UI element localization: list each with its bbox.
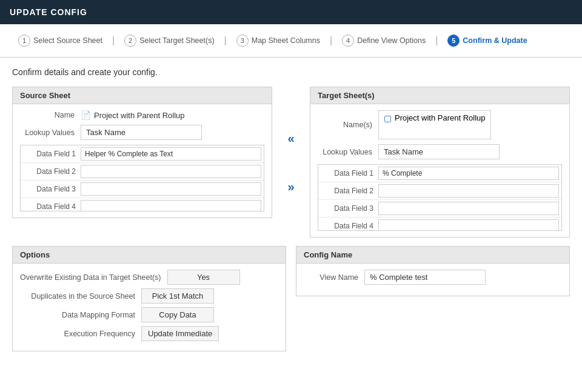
options-header: Options xyxy=(12,246,286,264)
source-df-label-2: Data Field 2 xyxy=(23,167,81,176)
source-df-input-3[interactable] xyxy=(81,182,261,196)
target-df-label-4: Data Field 4 xyxy=(321,222,378,230)
source-df-input-2[interactable] xyxy=(81,165,261,178)
source-lookup-input[interactable] xyxy=(81,125,202,140)
opt-row-2: Duplicates in the Source Sheet Pick 1st … xyxy=(20,288,278,304)
source-sheet-body: Name 📄 Project with Parent Rollup Lookup… xyxy=(12,104,272,218)
view-name-label: View Name xyxy=(304,273,364,282)
arrow-column: « » xyxy=(282,87,300,238)
opt-label-2: Duplicates in the Source Sheet xyxy=(20,292,141,301)
opt-value-4: Update Immediate xyxy=(141,326,219,341)
target-df-row-3: Data Field 3 xyxy=(318,200,561,218)
source-datafields-scroll-wrapper: Data Field 1 Data Field 2 Data Field 3 xyxy=(20,145,264,211)
wizard-step-2[interactable]: 2 Select Target Sheet(s) xyxy=(118,31,220,50)
target-sheet-header: Target Sheet(s) xyxy=(310,87,570,104)
target-df-row-1: Data Field 1 xyxy=(318,165,561,182)
doc-icon-source: 📄 xyxy=(81,110,91,120)
target-df-label-2: Data Field 2 xyxy=(321,187,378,195)
step-num-1: 1 xyxy=(18,35,30,47)
step-label-3: Map Sheet Columns xyxy=(252,36,320,45)
opt-row-3: Data Mapping Format Copy Data xyxy=(20,307,278,322)
target-lookup-label: Lookup Values xyxy=(318,148,378,156)
target-names-box: ▢ Project with Parent Rollup xyxy=(378,110,491,139)
options-panel: Options Overwrite Existing Data in Targe… xyxy=(12,246,286,351)
opt-label-1: Overwrite Existing Data in Target Sheet(… xyxy=(20,273,167,282)
modal-container: 1 Select Source Sheet | 2 Select Target … xyxy=(0,24,582,392)
source-df-row-4: Data Field 4 xyxy=(21,198,264,211)
target-datafields-scroll-wrapper: Data Field 1 Data Field 2 Data Field 3 xyxy=(318,164,562,231)
target-df-input-3[interactable] xyxy=(378,202,559,215)
confirm-description: Confirm details and create your config. xyxy=(12,67,570,77)
target-names-label: Name(s) xyxy=(318,121,378,129)
target-df-input-1[interactable] xyxy=(378,167,559,180)
step-num-5: 5 xyxy=(447,35,460,47)
target-df-label-1: Data Field 1 xyxy=(321,169,378,178)
wizard-step-1[interactable]: 1 Select Source Sheet xyxy=(12,31,109,50)
opt-value-1: Yes xyxy=(167,270,240,285)
source-sheet-header: Source Sheet xyxy=(12,87,272,104)
target-df-row-4: Data Field 4 xyxy=(318,218,561,231)
content-area: Confirm details and create your config. … xyxy=(0,58,582,392)
arrow-left: « xyxy=(287,132,294,144)
source-df-input-4[interactable] xyxy=(81,200,261,211)
opt-row-4: Execution Frequency Update Immediate xyxy=(20,326,278,341)
opt-value-2: Pick 1st Match xyxy=(141,288,214,304)
step-num-3: 3 xyxy=(236,35,249,47)
config-name-header: Config Name xyxy=(296,246,570,264)
config-name-panel: Config Name View Name xyxy=(296,246,570,351)
target-sheet-body: Name(s) ▢ Project with Parent Rollup Loo… xyxy=(310,104,570,238)
wizard-step-4[interactable]: 4 Define View Options xyxy=(336,31,432,50)
wizard-sep-3: | xyxy=(329,35,333,46)
wizard-sep-1: | xyxy=(111,35,116,46)
config-name-body: View Name xyxy=(296,264,570,296)
wizard-step-3[interactable]: 3 Map Sheet Columns xyxy=(230,31,326,50)
step-label-5: Confirm & Update xyxy=(463,36,527,45)
source-name-value: 📄 Project with Parent Rollup xyxy=(81,110,185,120)
target-lookup-input[interactable] xyxy=(378,144,500,159)
opt-row-1: Overwrite Existing Data in Target Sheet(… xyxy=(20,270,278,285)
source-datafields-container: Data Field 1 Data Field 2 Data Field 3 xyxy=(20,145,264,211)
target-name-row: Name(s) ▢ Project with Parent Rollup xyxy=(318,110,562,139)
sheet-panels: Source Sheet Name 📄 Project with Parent … xyxy=(12,87,570,238)
view-name-input[interactable] xyxy=(364,270,486,285)
source-name-row: Name 📄 Project with Parent Rollup xyxy=(20,110,264,120)
app-header: UPDATE CONFIG xyxy=(0,0,582,24)
view-name-row: View Name xyxy=(304,270,562,285)
source-df-row-3: Data Field 3 xyxy=(21,181,264,198)
step-num-4: 4 xyxy=(342,35,354,47)
options-body: Overwrite Existing Data in Target Sheet(… xyxy=(12,264,286,351)
bottom-panels: Options Overwrite Existing Data in Targe… xyxy=(12,246,570,351)
source-datafields-scroll[interactable]: Data Field 1 Data Field 2 Data Field 3 xyxy=(20,145,264,211)
target-datafields-container: Data Field 1 Data Field 2 Data Field 3 xyxy=(318,164,562,231)
source-df-label-1: Data Field 1 xyxy=(23,150,81,158)
source-lookup-label: Lookup Values xyxy=(20,128,81,137)
source-name-label: Name xyxy=(20,111,81,119)
target-df-row-2: Data Field 2 xyxy=(318,182,561,200)
source-lookup-row: Lookup Values xyxy=(20,125,264,140)
step-num-2: 2 xyxy=(124,35,136,47)
target-df-input-2[interactable] xyxy=(378,184,559,198)
wizard-sep-2: | xyxy=(223,35,228,46)
step-label-2: Select Target Sheet(s) xyxy=(139,36,214,45)
source-df-row-1: Data Field 1 xyxy=(21,145,264,163)
app-title: UPDATE CONFIG xyxy=(10,7,87,17)
target-sheet-panel: Target Sheet(s) Name(s) ▢ Project with P… xyxy=(310,87,570,238)
source-df-input-1[interactable] xyxy=(81,147,261,161)
source-df-label-3: Data Field 3 xyxy=(23,185,81,193)
opt-value-3: Copy Data xyxy=(141,307,214,322)
target-lookup-row: Lookup Values xyxy=(318,144,562,159)
step-label-4: Define View Options xyxy=(357,36,426,45)
target-df-label-3: Data Field 3 xyxy=(321,204,378,213)
wizard-sep-4: | xyxy=(434,35,439,46)
source-df-row-2: Data Field 2 xyxy=(21,163,264,181)
opt-label-4: Execution Frequency xyxy=(20,330,141,338)
arrow-right: » xyxy=(287,181,294,193)
wizard-step-5[interactable]: 5 Confirm & Update xyxy=(441,31,533,50)
doc-icon-target: ▢ xyxy=(384,113,392,123)
target-datafields-scroll[interactable]: Data Field 1 Data Field 2 Data Field 3 xyxy=(318,164,562,231)
target-df-input-4[interactable] xyxy=(378,219,559,231)
source-sheet-panel: Source Sheet Name 📄 Project with Parent … xyxy=(12,87,272,238)
opt-label-3: Data Mapping Format xyxy=(20,311,141,319)
wizard-nav: 1 Select Source Sheet | 2 Select Target … xyxy=(0,24,582,58)
source-df-label-4: Data Field 4 xyxy=(23,202,81,211)
